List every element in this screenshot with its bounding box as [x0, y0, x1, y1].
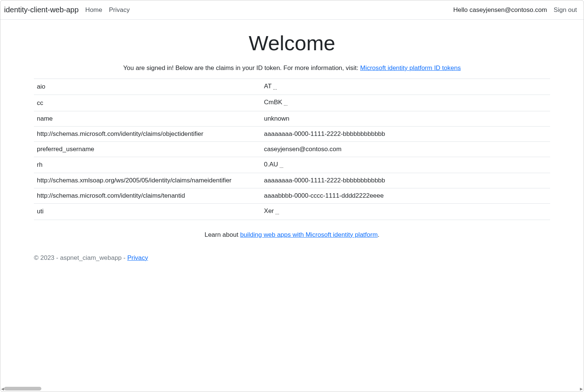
- main-content: Welcome You are signed in! Below are the…: [0, 20, 584, 239]
- horizontal-scrollbar[interactable]: [4, 387, 41, 391]
- footer-privacy-link[interactable]: Privacy: [127, 254, 148, 261]
- claim-key: http://schemas.xmlsoap.org/ws/2005/05/id…: [34, 173, 261, 188]
- table-row: http://schemas.microsoft.com/identity/cl…: [34, 126, 550, 141]
- claim-key: rh: [34, 157, 261, 173]
- claim-key: preferred_username: [34, 141, 261, 157]
- claim-value: aaaaaaaa-0000-1111-2222-bbbbbbbbbbbb: [261, 173, 550, 188]
- user-greeting: Hello caseyjensen@contoso.com: [453, 6, 547, 14]
- claim-value: Xer ...: [261, 204, 550, 220]
- claim-key: cc: [34, 95, 261, 111]
- scroll-arrow-left-icon[interactable]: ◀: [1, 387, 4, 391]
- intro-text: You are signed in! Below are the claims …: [34, 64, 550, 72]
- nav-home[interactable]: Home: [85, 6, 102, 14]
- ellipsis-icon: ...: [278, 163, 283, 169]
- learn-suffix: .: [378, 231, 380, 238]
- claim-key: http://schemas.microsoft.com/identity/cl…: [34, 188, 261, 204]
- table-row: utiXer ...: [34, 204, 550, 220]
- page-title: Welcome: [34, 31, 550, 55]
- claim-value: aaaaaaaa-0000-1111-2222-bbbbbbbbbbbb: [261, 126, 550, 141]
- claims-table: aioAT ...ccCmBK ...nameunknownhttp://sch…: [34, 79, 550, 220]
- ellipsis-icon: ...: [272, 85, 277, 91]
- table-row: http://schemas.microsoft.com/identity/cl…: [34, 188, 550, 204]
- nav-privacy[interactable]: Privacy: [109, 6, 130, 14]
- scroll-arrow-right-icon[interactable]: ▶: [580, 387, 583, 391]
- ellipsis-icon: ...: [274, 210, 279, 216]
- claim-value: unknown: [261, 111, 550, 126]
- table-row: preferred_usernamecaseyjensen@contoso.co…: [34, 141, 550, 157]
- navbar: identity-client-web-app Home Privacy Hel…: [0, 0, 584, 20]
- claim-value: aaaabbbb-0000-cccc-1111-dddd2222eeee: [261, 188, 550, 204]
- claim-key: name: [34, 111, 261, 126]
- claim-value: AT ...: [261, 79, 550, 95]
- claim-value: caseyjensen@contoso.com: [261, 141, 550, 157]
- learn-prefix: Learn about: [204, 231, 240, 238]
- intro-prefix: You are signed in! Below are the claims …: [123, 64, 360, 71]
- table-row: nameunknown: [34, 111, 550, 126]
- footer-text: © 2023 - aspnet_ciam_webapp -: [34, 254, 127, 261]
- table-row: rh0.AU ...: [34, 157, 550, 173]
- claim-value: CmBK ...: [261, 95, 550, 111]
- claim-key: aio: [34, 79, 261, 95]
- claim-key: http://schemas.microsoft.com/identity/cl…: [34, 126, 261, 141]
- navbar-right: Hello caseyjensen@contoso.com Sign out: [453, 6, 580, 14]
- ellipsis-icon: ...: [282, 102, 288, 107]
- table-row: ccCmBK ...: [34, 95, 550, 111]
- signout-link[interactable]: Sign out: [554, 6, 577, 14]
- table-row: http://schemas.xmlsoap.org/ws/2005/05/id…: [34, 173, 550, 188]
- learn-link[interactable]: building web apps with Microsoft identit…: [240, 231, 378, 238]
- intro-link[interactable]: Microsoft identity platform ID tokens: [360, 64, 461, 71]
- learn-text: Learn about building web apps with Micro…: [34, 231, 550, 239]
- brand[interactable]: identity-client-web-app: [4, 6, 79, 14]
- claim-value: 0.AU ...: [261, 157, 550, 173]
- table-row: aioAT ...: [34, 79, 550, 95]
- navbar-left: identity-client-web-app Home Privacy: [4, 6, 130, 14]
- footer: © 2023 - aspnet_ciam_webapp - Privacy: [0, 250, 584, 266]
- claim-key: uti: [34, 204, 261, 220]
